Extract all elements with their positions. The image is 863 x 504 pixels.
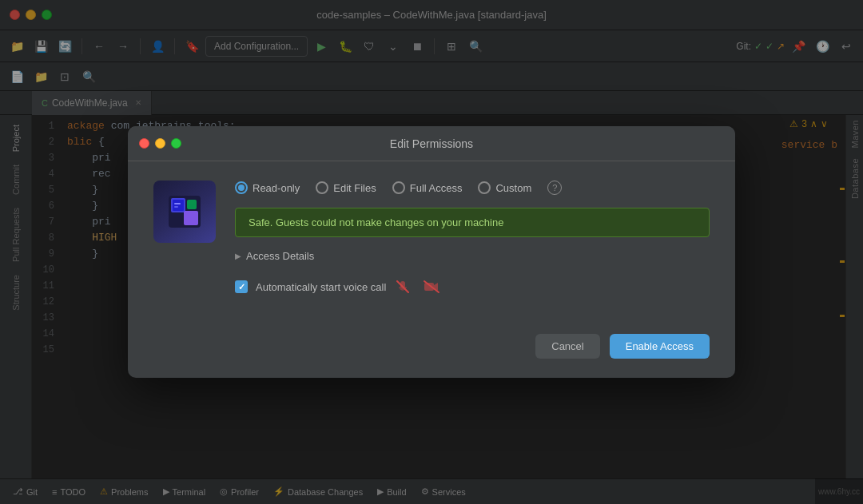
svg-rect-4 xyxy=(174,203,181,204)
radio-full-access-circle[interactable] xyxy=(392,181,405,194)
radio-full-access-label: Full Access xyxy=(410,182,463,194)
status-message-text: Safe. Guests could not make changes on y… xyxy=(249,216,503,228)
dialog-content: Read-only Edit Files Full Access Custom xyxy=(235,181,710,315)
permissions-radio-group: Read-only Edit Files Full Access Custom xyxy=(235,181,710,195)
dialog-zoom-btn[interactable] xyxy=(171,138,181,149)
dialog-title: Edit Permissions xyxy=(390,137,473,150)
voice-call-row: ✓ Automatically start voice call xyxy=(235,278,710,296)
checkmark-icon: ✓ xyxy=(238,282,245,292)
triangle-icon: ▶ xyxy=(235,252,241,260)
help-icon[interactable]: ? xyxy=(547,181,562,195)
svg-rect-6 xyxy=(187,200,197,209)
dialog-minimize-btn[interactable] xyxy=(155,138,165,149)
radio-read-only-circle[interactable] xyxy=(235,181,248,194)
voice-call-label: Automatically start voice call xyxy=(256,281,386,293)
radio-edit-files[interactable]: Edit Files xyxy=(316,181,376,194)
radio-custom[interactable]: Custom xyxy=(478,181,531,194)
dialog: Edit Permissions xyxy=(128,126,735,378)
access-details-toggle[interactable]: ▶ Access Details xyxy=(235,250,710,262)
cancel-button[interactable]: Cancel xyxy=(535,334,599,359)
cwm-logo-svg xyxy=(165,192,205,232)
radio-edit-files-circle[interactable] xyxy=(316,181,328,194)
svg-rect-5 xyxy=(174,206,178,208)
dialog-close-btn[interactable] xyxy=(139,138,149,149)
radio-custom-circle[interactable] xyxy=(478,181,491,194)
dialog-traffic-lights xyxy=(139,138,181,149)
radio-read-only[interactable]: Read-only xyxy=(235,181,300,194)
svg-rect-3 xyxy=(184,211,198,225)
dialog-body: Read-only Edit Files Full Access Custom xyxy=(128,161,735,334)
radio-edit-files-label: Edit Files xyxy=(333,182,376,194)
radio-full-access[interactable]: Full Access xyxy=(392,181,463,194)
svg-rect-2 xyxy=(173,200,184,211)
voice-call-checkbox[interactable]: ✓ xyxy=(235,280,248,293)
mute-video-icon[interactable] xyxy=(423,278,440,296)
status-message: Safe. Guests could not make changes on y… xyxy=(235,208,710,237)
mute-mic-icon[interactable] xyxy=(394,278,412,296)
dialog-title-bar: Edit Permissions xyxy=(128,126,735,161)
codewithme-logo xyxy=(153,181,216,243)
enable-access-button[interactable]: Enable Access xyxy=(610,334,710,359)
access-details-label: Access Details xyxy=(246,250,314,262)
modal-overlay: Edit Permissions xyxy=(0,0,863,504)
radio-read-only-label: Read-only xyxy=(253,182,300,194)
radio-custom-label: Custom xyxy=(495,182,531,194)
dialog-footer: Cancel Enable Access xyxy=(128,334,735,378)
